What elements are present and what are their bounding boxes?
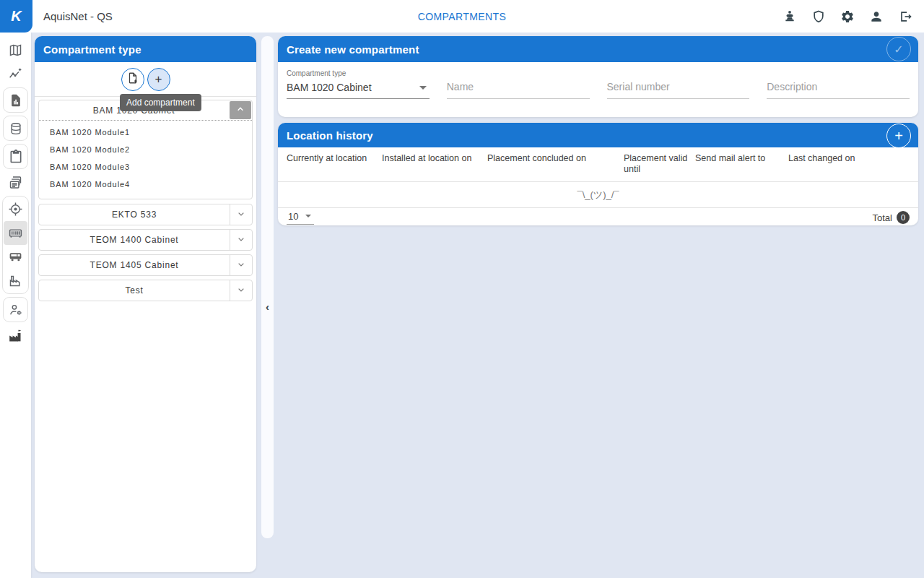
- list-item-module3[interactable]: BAM 1020 Module3: [39, 158, 252, 176]
- topbar: K AquisNet - QS COMPARTMENTS: [0, 0, 924, 33]
- description-field[interactable]: [767, 79, 910, 99]
- sidebar-item-clipboard[interactable]: [4, 144, 27, 168]
- name-field-wrap: [447, 79, 590, 99]
- compartment-type-toolbar: +: [35, 62, 256, 97]
- sidebar-item-map[interactable]: [4, 38, 27, 62]
- column-header-installed-on: Installed at location on: [382, 153, 487, 175]
- group-header-teom-1400[interactable]: TEOM 1400 Cabinet: [38, 229, 253, 251]
- chevron-down-icon: [235, 208, 247, 222]
- map-icon: [8, 43, 23, 58]
- compartment-type-list: BAM 1020 Cabinet BAM 1020 Module1 BAM 10…: [35, 97, 256, 308]
- plus-icon: +: [894, 128, 903, 144]
- shield-icon[interactable]: [810, 8, 827, 25]
- expand-group-button[interactable]: [230, 255, 252, 275]
- user-gear-icon: [9, 303, 23, 317]
- column-header-currently-at: Currently at location: [287, 153, 382, 175]
- location-table-header: Currently at location Installed at locat…: [278, 147, 918, 182]
- total-count-badge: 0: [897, 211, 910, 224]
- chevron-up-icon: [235, 103, 246, 117]
- compartment-type-panel-title: Compartment type: [43, 43, 141, 56]
- settings-icon[interactable]: [839, 8, 856, 25]
- total-wrap: Total 0: [873, 211, 910, 224]
- rail-box-clipboard: [3, 144, 28, 169]
- description-field-wrap: [767, 79, 910, 99]
- location-history-panel: Location history + Currently at location…: [278, 123, 918, 225]
- add-compartment-button[interactable]: +: [147, 68, 170, 91]
- rail-box-report: [3, 87, 28, 113]
- group-label: TEOM 1400 Cabinet: [39, 230, 230, 250]
- rail-box-database: [3, 116, 28, 141]
- group-label: TEOM 1405 Cabinet: [39, 255, 230, 275]
- sidebar-item-database[interactable]: [4, 116, 27, 140]
- sidebar-item-stations[interactable]: [4, 269, 27, 293]
- sidebar-item-report[interactable]: [4, 88, 27, 112]
- collapse-left-panel-button[interactable]: ‹: [261, 299, 274, 314]
- dropdown-caret-icon: [419, 86, 427, 90]
- factory-filled-icon: [8, 328, 23, 343]
- list-item-module2[interactable]: BAM 1020 Module2: [39, 141, 252, 158]
- icon-rail: [0, 33, 31, 578]
- bus-icon: [8, 249, 23, 264]
- group-header-ekto-533[interactable]: EKTO 533: [38, 204, 253, 225]
- sidebar-item-insights[interactable]: [4, 62, 27, 86]
- page-size-select[interactable]: 10: [287, 211, 314, 225]
- user-icon[interactable]: [868, 8, 885, 25]
- column-header-valid-until: Placement valid until: [624, 153, 695, 175]
- save-compartment-button[interactable]: ✓: [886, 37, 911, 61]
- serial-number-field[interactable]: [607, 79, 750, 99]
- compartment-type-select[interactable]: BAM 1020 Cabinet: [287, 81, 430, 99]
- chevron-down-icon: [235, 233, 247, 247]
- location-panel-header: Location history +: [278, 123, 918, 147]
- expand-group-button[interactable]: [230, 230, 252, 250]
- create-form: Compartment type BAM 1020 Cabinet: [278, 62, 918, 99]
- total-label: Total: [873, 212, 892, 223]
- logout-icon[interactable]: [897, 8, 914, 25]
- stacked-sheets-icon: [8, 175, 23, 190]
- compartment-type-group-expanded: BAM 1020 Cabinet BAM 1020 Module1 BAM 10…: [38, 100, 253, 199]
- create-panel-header: Create new compartment ✓: [278, 36, 918, 62]
- compartment-type-field: Compartment type BAM 1020 Cabinet: [287, 69, 430, 99]
- add-compartment-type-button[interactable]: [121, 68, 144, 91]
- app-root: K AquisNet - QS COMPARTMENTS: [0, 0, 924, 578]
- note-add-icon: [126, 72, 139, 87]
- module-list: BAM 1020 Module1 BAM 1020 Module2 BAM 10…: [39, 121, 252, 199]
- compartment-type-select-value: BAM 1020 Cabinet: [287, 82, 372, 93]
- logo-letter: K: [11, 8, 21, 25]
- file-chart-icon: [9, 93, 23, 108]
- chevron-down-icon: [235, 259, 247, 272]
- chess-icon[interactable]: [781, 8, 798, 25]
- list-item-module4[interactable]: BAM 1020 Module4: [39, 176, 252, 193]
- name-field[interactable]: [447, 79, 590, 99]
- database-icon: [9, 121, 23, 136]
- factory-outline-icon: [8, 273, 23, 288]
- sidebar-item-location[interactable]: [4, 197, 27, 221]
- column-header-mail-alert: Send mail alert to: [695, 153, 788, 175]
- location-panel-title: Location history: [287, 129, 373, 142]
- collapse-group-button[interactable]: [230, 101, 251, 119]
- app-title: AquisNet - QS: [43, 0, 113, 33]
- page-size-value: 10: [288, 211, 298, 222]
- compartment-type-panel-header: Compartment type: [35, 36, 256, 62]
- check-icon: ✓: [894, 43, 903, 56]
- group-header-teom-1405[interactable]: TEOM 1405 Cabinet: [38, 254, 253, 276]
- expand-group-button[interactable]: [230, 280, 252, 301]
- add-compartment-tooltip: Add compartment: [120, 94, 201, 111]
- sidebar-item-compartments[interactable]: [4, 221, 27, 245]
- empty-state-text: ¯\_(ツ)_/¯: [278, 182, 918, 208]
- add-location-entry-button[interactable]: +: [886, 124, 911, 148]
- app-logo[interactable]: K: [0, 0, 32, 33]
- sidebar-item-user-management[interactable]: [4, 298, 27, 322]
- sidebar-item-batch[interactable]: [4, 171, 27, 194]
- serial-number-field-wrap: [607, 79, 750, 99]
- target-location-icon: [8, 202, 23, 217]
- topbar-actions: [781, 0, 914, 33]
- chevron-down-icon: [235, 284, 247, 298]
- sidebar-item-vehicles[interactable]: [4, 245, 27, 269]
- location-table-footer: 10 Total 0: [278, 208, 918, 227]
- group-header-test[interactable]: Test: [38, 280, 253, 301]
- sidebar-item-plants[interactable]: [4, 324, 27, 348]
- list-item-module1[interactable]: BAM 1020 Module1: [39, 124, 252, 141]
- column-header-concluded-on: Placement concluded on: [487, 153, 624, 175]
- expand-group-button[interactable]: [230, 204, 252, 225]
- trend-chart-icon: [8, 66, 23, 82]
